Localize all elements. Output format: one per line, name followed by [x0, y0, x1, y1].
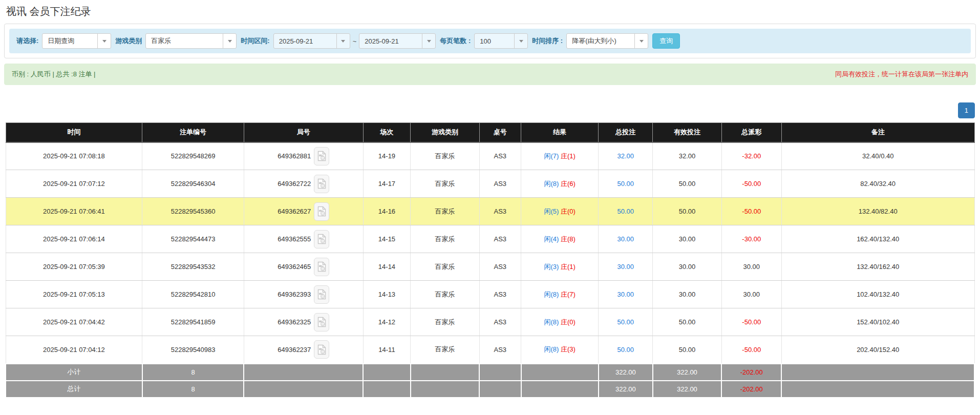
summary-total-bet: 322.00 — [599, 364, 653, 381]
video-replay-button[interactable] — [314, 202, 329, 221]
cell-round: 649362325 — [244, 308, 363, 336]
column-header: 总派彩 — [721, 123, 781, 142]
cell-note: 132.40/162.40 — [781, 253, 974, 281]
cell-session: 14-12 — [363, 308, 411, 336]
table-row: 2025-09-21 07:07:12522829546304649362722… — [6, 170, 974, 198]
search-button[interactable]: 查询 — [652, 33, 680, 49]
total-bet-link[interactable]: 50.00 — [617, 180, 634, 188]
game-type-select[interactable]: 百家乐 — [145, 33, 237, 49]
round-number: 649362722 — [278, 180, 311, 188]
cell-time: 2025-09-21 07:05:13 — [6, 281, 142, 308]
cell-note: 202.40/152.40 — [781, 336, 974, 364]
chevron-down-icon[interactable] — [336, 34, 350, 48]
cell-round: 649362237 — [244, 336, 363, 364]
result-player: 闲(8) — [544, 180, 559, 188]
cell-payout: -50.00 — [721, 336, 781, 364]
cell-note: 82.40/32.40 — [781, 170, 974, 198]
round-number: 649362237 — [278, 346, 311, 354]
chevron-down-icon[interactable] — [422, 34, 435, 48]
cell-session: 14-15 — [363, 225, 411, 253]
bet-records-table: 时间注单编号局号场次游戏类别桌号结果总投注有效投注总派彩备注 2025-09-2… — [5, 122, 975, 398]
round-number: 649362881 — [278, 152, 311, 160]
total-bet-link[interactable]: 30.00 — [617, 263, 634, 271]
time-sort-select[interactable]: 降幂(由大到小) — [566, 33, 648, 49]
cell-result: 闲(5) 庄(0) — [521, 198, 599, 225]
date-to-value: 2025-09-21 — [359, 37, 422, 45]
date-to-select[interactable]: 2025-09-21 — [359, 33, 436, 49]
cell-time: 2025-09-21 07:07:12 — [6, 170, 142, 198]
cell-game: 百家乐 — [411, 142, 479, 170]
total-bet-link[interactable]: 50.00 — [617, 318, 634, 326]
cell-result: 闲(7) 庄(1) — [521, 142, 599, 170]
result-banker: 庄(1) — [561, 152, 576, 160]
video-file-icon — [317, 178, 326, 189]
chevron-down-icon[interactable] — [223, 34, 236, 48]
total-bet-link[interactable]: 50.00 — [617, 346, 634, 354]
cell-note: 102.40/132.40 — [781, 281, 974, 308]
video-replay-button[interactable] — [314, 175, 329, 193]
cell-game: 百家乐 — [411, 225, 479, 253]
result-player: 闲(3) — [544, 263, 559, 271]
date-range-tilde: ~ — [353, 37, 357, 45]
column-header: 游戏类别 — [411, 123, 479, 142]
cell-payout: 30.00 — [721, 253, 781, 281]
video-file-icon — [317, 234, 326, 244]
cell-table: AS3 — [479, 142, 521, 170]
cell-session: 14-16 — [363, 198, 411, 225]
column-header: 结果 — [521, 123, 599, 142]
table-row: 2025-09-21 07:06:41522829545360649362627… — [6, 198, 974, 225]
table-row: 2025-09-21 07:04:42522829541859649362325… — [6, 308, 974, 336]
page-size-value: 100 — [475, 37, 514, 45]
cell-result: 闲(4) 庄(8) — [521, 225, 599, 253]
total-bet-link[interactable]: 50.00 — [617, 208, 634, 215]
total-bet-link[interactable]: 32.00 — [617, 152, 634, 160]
cell-table: AS3 — [479, 170, 521, 198]
cell-bet-id: 522829544473 — [142, 225, 244, 253]
cell-valid-bet: 50.00 — [653, 336, 721, 364]
cell-session: 14-13 — [363, 281, 411, 308]
cell-valid-bet: 30.00 — [653, 253, 721, 281]
chevron-down-icon[interactable] — [97, 34, 111, 48]
chevron-down-icon[interactable] — [514, 34, 527, 48]
video-replay-button[interactable] — [314, 258, 329, 276]
summary-valid-bet: 322.00 — [653, 364, 721, 381]
page-size-select[interactable]: 100 — [474, 33, 528, 49]
select-type-label: 请选择: — [16, 36, 38, 46]
video-replay-button[interactable] — [314, 313, 329, 331]
video-file-icon — [317, 261, 326, 272]
notice-text: 同局有效投注，统一计算在该局第一张注单内 — [835, 70, 968, 79]
total-bet-link[interactable]: 30.00 — [617, 291, 634, 298]
query-type-select[interactable]: 日期查询 — [42, 33, 111, 49]
video-replay-button[interactable] — [314, 230, 329, 248]
cell-valid-bet: 50.00 — [653, 198, 721, 225]
cell-payout: -30.00 — [721, 225, 781, 253]
chevron-down-icon[interactable] — [634, 34, 648, 48]
cell-session: 14-14 — [363, 253, 411, 281]
round-number: 649362627 — [278, 208, 311, 215]
result-banker: 庄(6) — [561, 180, 576, 188]
page-size-label: 每页笔数 : — [440, 36, 471, 46]
round-number: 649362465 — [278, 263, 311, 271]
column-header: 注单编号 — [142, 123, 244, 142]
video-file-icon — [317, 206, 326, 217]
game-type-value: 百家乐 — [146, 36, 223, 46]
cell-total-bet: 32.00 — [599, 142, 653, 170]
summary-count: 8 — [142, 381, 244, 398]
summary-total-bet: 322.00 — [599, 381, 653, 398]
date-from-select[interactable]: 2025-09-21 — [273, 33, 350, 49]
video-replay-button[interactable] — [314, 340, 329, 359]
summary-count: 8 — [142, 364, 244, 381]
cell-round: 649362627 — [244, 198, 363, 225]
page-1-button[interactable]: 1 — [958, 102, 975, 118]
video-file-icon — [317, 344, 326, 355]
video-replay-button[interactable] — [314, 285, 329, 304]
cell-round: 649362881 — [244, 142, 363, 170]
time-sort-value: 降幂(由大到小) — [567, 36, 634, 46]
video-replay-button[interactable] — [314, 147, 329, 165]
cell-session: 14-19 — [363, 142, 411, 170]
cell-total-bet: 30.00 — [599, 281, 653, 308]
summary-valid-bet: 322.00 — [653, 381, 721, 398]
video-file-icon — [317, 317, 326, 327]
date-from-value: 2025-09-21 — [274, 37, 336, 45]
total-bet-link[interactable]: 30.00 — [617, 235, 634, 243]
